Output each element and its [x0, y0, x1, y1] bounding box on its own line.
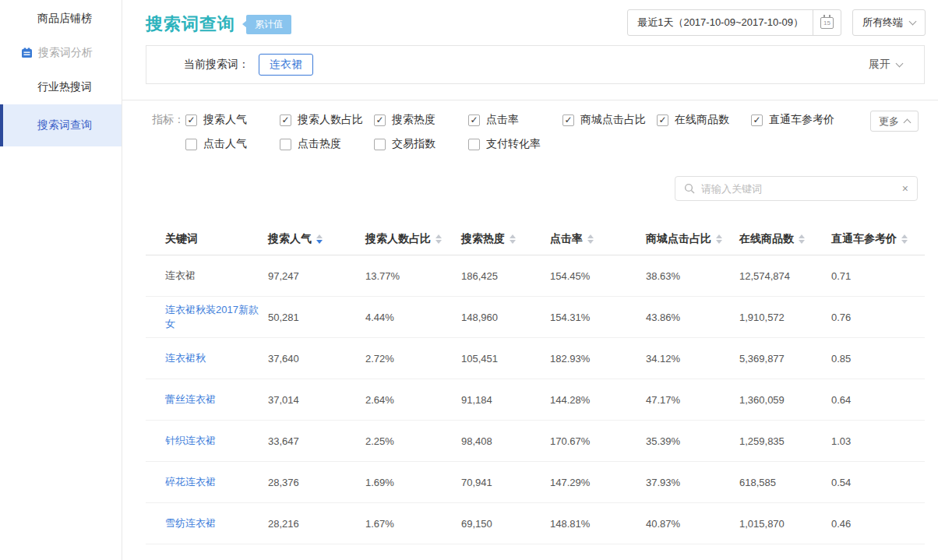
indicator-label: 搜索人气: [203, 113, 247, 127]
indicator-checkbox[interactable]: [374, 114, 386, 126]
column-header[interactable]: 直通车参考价: [831, 232, 925, 246]
column-header[interactable]: 在线商品数: [739, 232, 831, 246]
date-range-button[interactable]: 最近1天（2017-10-09~2017-10-09）: [628, 10, 813, 35]
keyword-cell[interactable]: 雪纺连衣裙: [146, 516, 268, 530]
metric-cell: 170.67%: [550, 435, 646, 447]
column-header[interactable]: 搜索人气: [268, 232, 365, 246]
sidebar-item[interactable]: 搜索词分析: [0, 36, 122, 70]
keyword-search-box: ×: [675, 176, 918, 201]
column-header[interactable]: 搜索热度: [461, 232, 550, 246]
metric-cell: 148,960: [461, 312, 550, 323]
sort-asc-icon: [587, 234, 594, 238]
indicator-label: 点击热度: [298, 137, 341, 151]
column-header-label: 商城点击占比: [646, 232, 711, 246]
metric-cell: 28,376: [268, 477, 365, 488]
sort-icon[interactable]: [716, 234, 722, 244]
indicator-item: 交易指数: [374, 137, 468, 151]
column-header[interactable]: 商城点击占比: [646, 232, 739, 246]
sidebar-item[interactable]: 搜索词查询: [0, 104, 122, 146]
metric-cell: 43.86%: [646, 312, 739, 323]
metric-cell: 154.45%: [550, 270, 646, 282]
page-title: 搜索词查询: [146, 12, 235, 36]
indicator-label: 直通车参考价: [769, 113, 834, 127]
keyword-cell[interactable]: 碎花连衣裙: [146, 475, 268, 489]
keyword-cell[interactable]: 连衣裙: [146, 269, 268, 283]
indicators-row-2: 点击人气 点击热度 交易指数 支付转化率: [185, 137, 562, 151]
clear-search-icon[interactable]: ×: [902, 183, 908, 194]
indicator-item: 点击热度: [280, 137, 374, 151]
keyword-search-input[interactable]: [701, 183, 896, 195]
indicator-checkbox[interactable]: [751, 114, 763, 126]
metric-cell: 47.17%: [646, 394, 739, 406]
indicator-checkbox[interactable]: [280, 139, 291, 150]
more-button[interactable]: 更多: [870, 111, 919, 132]
metric-cell: 1.69%: [365, 477, 461, 488]
indicators-label: 指标：: [152, 113, 185, 127]
indicator-checkbox[interactable]: [185, 139, 197, 150]
table-row: 连衣裙 97,247 13.77% 186,425 154.45% 38.63%…: [146, 255, 925, 297]
chevron-down-icon: [896, 60, 904, 68]
indicator-checkbox[interactable]: [657, 114, 668, 126]
table-header-row: 关键词 搜索人气 搜索人数占比 搜索热度 点击率: [146, 223, 925, 255]
metric-cell: 186,425: [461, 270, 550, 282]
metric-cell: 2.72%: [365, 353, 461, 365]
search-icon: [684, 183, 695, 194]
sort-icon[interactable]: [436, 234, 442, 244]
sort-icon[interactable]: [510, 234, 516, 244]
sort-asc-icon: [799, 234, 805, 238]
metric-cell: 105,451: [461, 353, 550, 365]
metric-cell: 0.54: [831, 477, 925, 488]
indicator-item: 点击率: [468, 113, 562, 127]
indicator-checkbox[interactable]: [280, 114, 291, 126]
keyword-cell[interactable]: 针织连衣裙: [146, 434, 268, 448]
keyword-cell[interactable]: 连衣裙秋装2017新款女: [146, 303, 268, 331]
sort-icon[interactable]: [587, 234, 594, 244]
calendar-button[interactable]: 15: [813, 10, 841, 35]
indicator-checkbox[interactable]: [374, 139, 386, 150]
metric-cell: 35.39%: [646, 435, 739, 447]
table-row: 针织连衣裙 33,647 2.25% 98,408 170.67% 35.39%…: [146, 421, 925, 462]
metric-cell: 2.64%: [365, 394, 461, 406]
indicator-checkbox[interactable]: [468, 114, 480, 126]
metric-cell: 38.63%: [646, 270, 739, 282]
indicator-checkbox[interactable]: [562, 114, 574, 126]
sidebar-item[interactable]: 行业热搜词: [0, 70, 122, 104]
metric-cell: 28,216: [268, 518, 365, 530]
sort-icon[interactable]: [799, 234, 805, 244]
keyword-cell[interactable]: 蕾丝连衣裙: [146, 393, 268, 407]
column-header[interactable]: 关键词: [146, 232, 268, 246]
sort-asc-icon: [436, 234, 442, 238]
sort-desc-icon: [316, 240, 323, 244]
terminal-dropdown[interactable]: 所有终端: [852, 9, 926, 36]
column-header[interactable]: 搜索人数占比: [365, 232, 461, 246]
current-keyword-tag[interactable]: 连衣裙: [259, 54, 313, 76]
current-keyword-panel: 当前搜索词： 连衣裙 展开: [146, 45, 925, 84]
metric-cell: 182.93%: [550, 353, 646, 365]
metric-cell: 33,647: [268, 435, 365, 447]
column-header-label: 直通车参考价: [831, 232, 897, 246]
sidebar-item-label: 搜索词查询: [37, 118, 92, 132]
metric-cell: 4.44%: [365, 312, 461, 323]
content-zone: 指标： 搜索人气 搜索人数占比 搜索热度 点击率 商城点击占比 在线商品数 直通…: [122, 100, 938, 544]
indicator-checkbox[interactable]: [185, 114, 197, 126]
metric-cell: 69,150: [461, 518, 550, 530]
expand-toggle[interactable]: 展开: [869, 58, 902, 72]
indicator-label: 在线商品数: [675, 113, 729, 127]
metric-cell: 147.29%: [550, 477, 646, 488]
metric-cell: 97,247: [268, 270, 365, 282]
indicator-checkbox[interactable]: [468, 139, 480, 150]
keyword-cell[interactable]: 连衣裙秋: [146, 351, 268, 365]
column-header-label: 在线商品数: [739, 232, 794, 246]
sort-icon[interactable]: [316, 234, 323, 244]
keywords-table: 关键词 搜索人气 搜索人数占比 搜索热度 点击率: [146, 223, 925, 544]
sort-desc-icon: [716, 240, 722, 244]
metric-cell: 70,941: [461, 477, 550, 488]
header-zone: 搜索词查询 累计值 最近1天（2017-10-09~2017-10-09） 15…: [122, 0, 938, 100]
indicator-label: 交易指数: [392, 137, 436, 151]
metric-cell: 1.67%: [365, 518, 461, 530]
cumulative-badge: 累计值: [246, 15, 291, 34]
sidebar-item[interactable]: 商品店铺榜: [0, 2, 122, 36]
sidebar-item-label: 商品店铺榜: [37, 12, 92, 26]
sort-icon[interactable]: [901, 234, 908, 244]
column-header[interactable]: 点击率: [550, 232, 646, 246]
